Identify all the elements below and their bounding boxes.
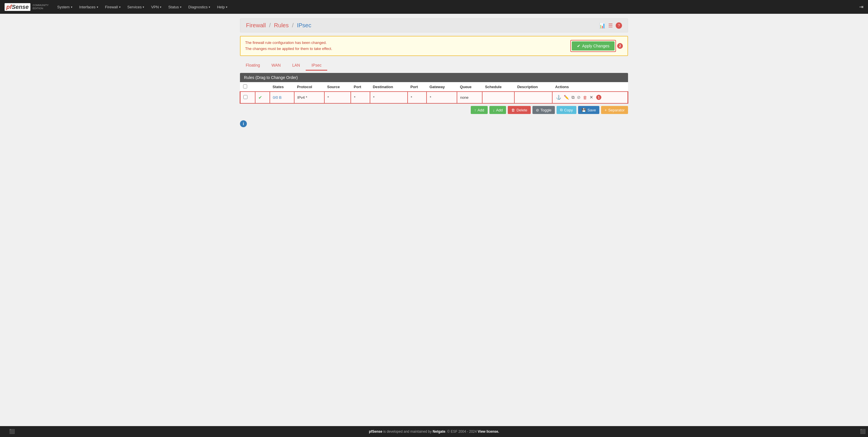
bc-sep-2: / <box>292 22 295 28</box>
bc-rules[interactable]: Rules <box>274 22 289 28</box>
action-icons: ⚓ ✏️ ⧉ ⊘ 🗑 ✕ 1 <box>555 94 625 100</box>
delete-icon[interactable]: 🗑 <box>582 94 588 100</box>
row-schedule-cell <box>482 92 515 103</box>
bc-sep-1: / <box>269 22 272 28</box>
col-dest-port: Port <box>408 82 427 92</box>
copy-button[interactable]: ⧉ Copy <box>557 106 576 114</box>
save-button[interactable]: 💾 Save <box>578 106 600 114</box>
action-buttons: ↑ Add ↓ Add 🗑 Delete ⊘ Toggle ⧉ Copy 💾 S <box>240 103 628 117</box>
delete-button[interactable]: 🗑 Delete <box>508 106 531 114</box>
help-icon[interactable]: ? <box>616 22 622 29</box>
row-checkbox[interactable] <box>243 95 247 99</box>
nav-diagnostics-caret: ▾ <box>209 5 210 9</box>
edit-icon[interactable]: ✏️ <box>563 94 570 100</box>
nav-help[interactable]: Help ▾ <box>214 3 230 11</box>
bc-ipsec: IPsec <box>297 22 311 28</box>
table-row: ✔ 0/0 B IPv4 * * * * * * none ⚓ ✏️ <box>240 92 628 103</box>
nav-interfaces-caret: ▾ <box>97 5 98 9</box>
bc-firewall[interactable]: Firewall <box>246 22 266 28</box>
navbar: pfSense COMMUNITYEDITION System ▾ Interf… <box>0 0 868 14</box>
apply-changes-button[interactable]: ✔ Apply Changes <box>572 41 615 51</box>
nav-items: System ▾ Interfaces ▾ Firewall ▾ Service… <box>54 3 859 11</box>
col-actions: Actions <box>552 82 628 92</box>
nav-status[interactable]: Status ▾ <box>165 3 184 11</box>
tab-lan[interactable]: LAN <box>286 61 306 71</box>
row-badge: 1 <box>596 95 601 100</box>
alert-line1: The firewall rule configuration has been… <box>245 40 332 46</box>
alert-banner: The firewall rule configuration has been… <box>240 36 628 56</box>
apply-changes-label: Apply Changes <box>582 44 609 48</box>
nav-vpn[interactable]: VPN ▾ <box>148 3 164 11</box>
select-all-checkbox[interactable] <box>243 85 247 88</box>
separator-label: Separator <box>608 108 625 112</box>
add-below-button[interactable]: ↓ Add <box>489 106 506 114</box>
rules-table: States Protocol Source Port Destination … <box>240 82 628 103</box>
col-schedule: Schedule <box>482 82 515 92</box>
row-source-port-cell: * <box>351 92 370 103</box>
list-icon[interactable]: ☰ <box>608 22 613 29</box>
row-enabled-icon: ✔ <box>258 95 262 100</box>
copy-btn-label: Copy <box>564 108 572 112</box>
nav-help-caret: ▾ <box>226 5 227 9</box>
copy-btn-icon: ⧉ <box>560 108 563 112</box>
row-dest-port-cell: * <box>408 92 427 103</box>
row-actions-cell: ⚓ ✏️ ⧉ ⊘ 🗑 ✕ 1 <box>552 92 628 103</box>
apply-changes-wrapper: ✔ Apply Changes <box>570 40 616 52</box>
copy-icon[interactable]: ⧉ <box>571 94 575 100</box>
anchor-icon[interactable]: ⚓ <box>555 94 562 100</box>
brand-logo[interactable]: pfSense COMMUNITYEDITION <box>5 3 49 11</box>
checkmark-icon: ✔ <box>577 44 580 48</box>
edition-label: COMMUNITYEDITION <box>33 4 49 10</box>
delete-btn-label: Delete <box>516 108 527 112</box>
toggle-button[interactable]: ⊘ Toggle <box>532 106 555 114</box>
col-checkbox <box>240 82 255 92</box>
apply-badge: 2 <box>617 43 623 49</box>
add-above-label: Add <box>477 108 484 112</box>
add-below-icon: ↓ <box>493 108 495 112</box>
table-header-row: States Protocol Source Port Destination … <box>240 82 628 92</box>
col-queue: Queue <box>457 82 482 92</box>
row-queue-cell: none <box>457 92 482 103</box>
col-description: Description <box>515 82 552 92</box>
add-above-button[interactable]: ↑ Add <box>471 106 488 114</box>
tab-wan[interactable]: WAN <box>266 61 286 71</box>
disable-icon[interactable]: ⊘ <box>577 94 581 100</box>
col-enabled <box>255 82 270 92</box>
nav-vpn-caret: ▾ <box>160 5 161 9</box>
tab-ipsec[interactable]: IPsec <box>306 61 327 71</box>
toggle-icon: ⊘ <box>536 108 539 112</box>
page-content: Firewall / Rules / IPsec 📊 ☰ ? The firew… <box>233 14 635 132</box>
separator-button[interactable]: + Separator <box>601 106 628 114</box>
row-gateway-cell: * <box>427 92 457 103</box>
separator-icon: + <box>604 108 607 112</box>
reject-icon[interactable]: ✕ <box>589 94 594 100</box>
col-destination: Destination <box>370 82 408 92</box>
alert-line2: The changes must be applied for them to … <box>245 46 332 52</box>
table-section: Rules (Drag to Change Order) States Prot… <box>240 73 628 117</box>
delete-btn-icon: 🗑 <box>511 108 515 112</box>
col-gateway: Gateway <box>427 82 457 92</box>
nav-services[interactable]: Services ▾ <box>125 3 147 11</box>
table-header-bar: Rules (Drag to Change Order) <box>240 73 628 82</box>
info-icon[interactable]: i <box>240 120 247 127</box>
row-checkbox-cell <box>240 92 255 103</box>
page-header: Firewall / Rules / IPsec 📊 ☰ ? <box>240 19 628 32</box>
chart-icon[interactable]: 📊 <box>599 22 606 29</box>
row-source-cell: * <box>324 92 351 103</box>
row-protocol-cell: IPv4 * <box>294 92 324 103</box>
nav-firewall[interactable]: Firewall ▾ <box>102 3 123 11</box>
alert-action: ✔ Apply Changes 2 <box>570 40 623 52</box>
nav-firewall-caret: ▾ <box>119 5 121 9</box>
tab-floating[interactable]: Floating <box>240 61 266 71</box>
nav-system[interactable]: System ▾ <box>54 3 75 11</box>
row-destination-cell: * <box>370 92 408 103</box>
row-enabled-cell: ✔ <box>255 92 270 103</box>
logout-icon[interactable]: ⇥ <box>859 4 863 10</box>
save-icon: 💾 <box>582 108 586 112</box>
nav-diagnostics[interactable]: Diagnostics ▾ <box>185 3 213 11</box>
nav-status-caret: ▾ <box>180 5 181 9</box>
states-link[interactable]: 0/0 B <box>273 95 282 100</box>
nav-interfaces[interactable]: Interfaces ▾ <box>76 3 101 11</box>
col-states: States <box>270 82 294 92</box>
save-label: Save <box>588 108 596 112</box>
